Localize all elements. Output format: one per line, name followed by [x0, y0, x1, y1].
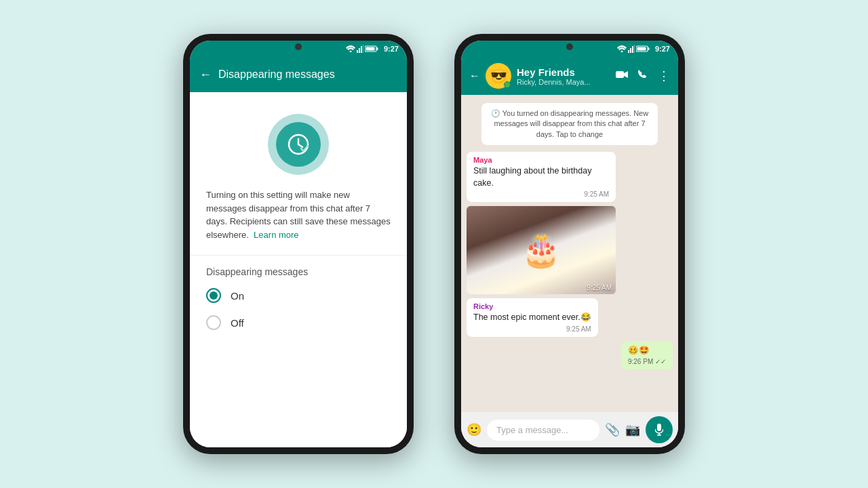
- dm-description: Turning on this setting will make new me…: [190, 188, 407, 256]
- chat-info: Hey Friends Ricky, Dennis, Maya...: [517, 66, 610, 86]
- time-1: 9:27: [384, 45, 399, 53]
- chat-actions: ⋮: [616, 68, 670, 83]
- svg-rect-2: [359, 48, 360, 53]
- mic-button[interactable]: [646, 416, 673, 443]
- message-input[interactable]: Type a message...: [487, 420, 599, 441]
- online-dot: [504, 81, 511, 88]
- svg-rect-1: [357, 50, 358, 53]
- svg-rect-13: [630, 48, 631, 53]
- battery-icon-2: [636, 45, 650, 53]
- msg-maya-time: 9:25 AM: [473, 190, 609, 198]
- svg-rect-15: [634, 45, 635, 53]
- signal-icon-2: [628, 45, 635, 53]
- system-message[interactable]: 🕐 You turned on disappearing messages. N…: [481, 103, 658, 145]
- msg-sender-maya: Maya: [473, 156, 609, 164]
- phone-notch: [295, 43, 302, 50]
- video-icon-svg: [616, 70, 628, 79]
- time-2: 9:27: [655, 45, 670, 53]
- msg-sent-text: 🥴🤩: [628, 345, 666, 357]
- dm-options: Disappearing messages On Off: [190, 256, 407, 353]
- dm-circle-inner: [276, 122, 321, 167]
- dm-screen: Turning on this setting will make new me…: [190, 92, 407, 447]
- back-button-2[interactable]: ←: [469, 70, 480, 82]
- dm-circle-outer: [268, 114, 329, 175]
- svg-rect-7: [366, 47, 374, 51]
- settings-header: ← Disappearing messages: [190, 57, 407, 92]
- battery-icon: [365, 45, 378, 53]
- image-time: 9:25 AM: [587, 284, 612, 291]
- svg-rect-6: [376, 47, 378, 50]
- svg-rect-4: [363, 45, 363, 53]
- radio-off-label: Off: [231, 317, 244, 329]
- chat-header: ← 😎 Hey Friends Ricky, Dennis, Maya...: [461, 57, 678, 95]
- svg-rect-18: [637, 47, 646, 51]
- svg-rect-12: [628, 50, 629, 53]
- svg-rect-3: [361, 46, 362, 53]
- phone-screen-2: 9:27 ← 😎 Hey Friends Ricky, Dennis, Maya…: [461, 41, 678, 447]
- clock-icon: 🕐: [491, 109, 500, 117]
- chat-members: Ricky, Dennis, Maya...: [517, 78, 610, 86]
- svg-rect-21: [657, 424, 661, 431]
- radio-on-button[interactable]: [206, 288, 221, 303]
- video-call-icon[interactable]: [616, 70, 628, 82]
- status-icons-2: [617, 45, 650, 53]
- scene: 9:27 ← Disappearing messages: [183, 34, 685, 454]
- input-placeholder: Type a message...: [496, 425, 568, 435]
- emoji-icon[interactable]: 🙂: [467, 422, 481, 437]
- attachment-icon[interactable]: 📎: [605, 422, 620, 437]
- camera-icon[interactable]: 📷: [625, 422, 640, 437]
- msg-sent-time: 9:26 PM ✓✓: [628, 358, 666, 365]
- radio-off-button[interactable]: [206, 315, 221, 330]
- clock-check-icon: [288, 134, 309, 155]
- phone-icon-svg: [637, 69, 648, 80]
- learn-more-link[interactable]: Learn more: [254, 230, 298, 240]
- svg-point-0: [349, 51, 351, 53]
- options-label: Disappearing messages: [206, 266, 391, 277]
- msg-ricky-time: 9:25 AM: [473, 325, 591, 333]
- signal-icon: [357, 45, 363, 53]
- radio-on-option[interactable]: On: [206, 288, 391, 303]
- settings-title: Disappearing messages: [218, 68, 397, 81]
- chat-body[interactable]: 🕐 You turned on disappearing messages. N…: [461, 95, 678, 412]
- msg-sender-ricky: Ricky: [473, 302, 591, 310]
- dm-icon-area: [190, 92, 407, 188]
- chat-input-bar: 🙂 Type a message... 📎 📷: [461, 412, 678, 447]
- back-button-1[interactable]: ←: [199, 68, 212, 82]
- msg-ricky-text: The most epic moment ever.😂: [473, 312, 591, 324]
- mic-icon-svg: [655, 424, 663, 436]
- msg-maya-image: 9:25 AM: [467, 206, 616, 294]
- svg-rect-19: [616, 71, 624, 78]
- cake-image: [467, 206, 616, 294]
- radio-off-option[interactable]: Off: [206, 315, 391, 330]
- phone-settings: 9:27 ← Disappearing messages: [183, 34, 414, 454]
- svg-rect-14: [632, 46, 633, 53]
- msg-ricky: Ricky The most epic moment ever.😂 9:25 A…: [467, 298, 598, 337]
- svg-point-11: [620, 51, 623, 53]
- phone-chat: 9:27 ← 😎 Hey Friends Ricky, Dennis, Maya…: [454, 34, 685, 454]
- more-options-icon[interactable]: ⋮: [658, 68, 670, 83]
- svg-line-10: [298, 144, 302, 147]
- msg-maya-text: Maya Still laughing about the birthday c…: [467, 152, 616, 202]
- phone-screen: 9:27 ← Disappearing messages: [190, 41, 407, 447]
- status-icons-1: [346, 45, 378, 53]
- wifi-icon-2: [617, 45, 627, 52]
- phone-call-icon[interactable]: [637, 69, 648, 83]
- chat-name: Hey Friends: [517, 66, 610, 78]
- radio-on-label: On: [231, 290, 244, 302]
- system-message-text: You turned on disappearing messages. New…: [494, 109, 648, 138]
- phone-notch-2: [566, 43, 573, 50]
- msg-sent: 🥴🤩 9:26 PM ✓✓: [621, 341, 673, 370]
- chat-avatar: 😎: [486, 63, 511, 89]
- svg-marker-20: [624, 71, 628, 78]
- msg-maya-text-content: Still laughing about the birthday cake.: [473, 165, 609, 189]
- svg-rect-17: [648, 47, 649, 50]
- wifi-icon: [346, 45, 355, 52]
